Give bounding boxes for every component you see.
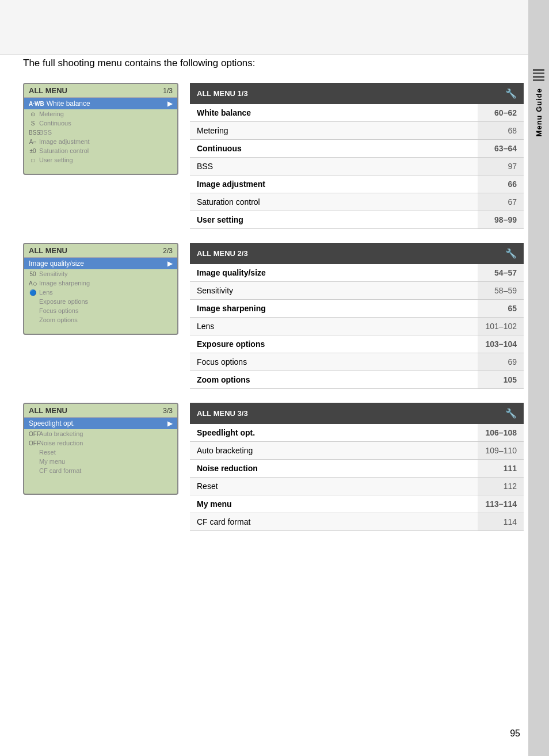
table-cell-page: 63–64	[478, 140, 524, 158]
table-cell-label: Saturation control	[190, 193, 478, 211]
page-number: 95	[510, 728, 520, 739]
page-container: Menu Guide The full shooting menu contai…	[0, 0, 549, 756]
table-header: ALL MENU 1/3	[190, 83, 478, 104]
table-cell-page: 67	[478, 193, 524, 211]
table-cell-label: Noise reduction	[190, 460, 478, 478]
sidebar-label: Menu Guide	[535, 88, 543, 136]
table-row: Exposure options103–104	[190, 335, 524, 353]
table-cell-page: 60–62	[478, 104, 524, 122]
table-row: White balance60–62	[190, 104, 524, 122]
table-row: Noise reduction111	[190, 460, 524, 478]
table-row: BSS97	[190, 158, 524, 175]
table-row: Continuous63–64	[190, 140, 524, 158]
intro-text: The full shooting menu contains the foll…	[23, 58, 524, 69]
table-cell-page: 112	[478, 478, 524, 495]
table-row: Auto bracketing109–110	[190, 442, 524, 460]
lcd-row: 50Sensitivity	[24, 269, 177, 278]
lcd-row: CF card format	[24, 466, 177, 475]
lcd-page: 3/3	[163, 407, 173, 415]
table-row: Image adjustment66	[190, 175, 524, 193]
lcd-row: BSSBSS	[24, 128, 177, 137]
table-cell-page: 106–108	[478, 424, 524, 442]
lcd-row: SContinuous	[24, 119, 177, 128]
book-icon	[533, 69, 544, 81]
table-cell-label: Image adjustment	[190, 175, 478, 193]
table-cell-label: Continuous	[190, 140, 478, 158]
table-cell-page: 68	[478, 122, 524, 140]
table-cell-label: Image quality/size	[190, 264, 478, 282]
table-cell-label: My menu	[190, 495, 478, 513]
table-row: Zoom options105	[190, 371, 524, 389]
table-row: My menu113–114	[190, 495, 524, 513]
table-cell-page: 98–99	[478, 211, 524, 229]
lcd-selected-row: A·WBWhite balance▶	[24, 98, 177, 109]
lcd-row: A○Image adjustment	[24, 137, 177, 146]
table-cell-page: 111	[478, 460, 524, 478]
table-cell-page: 103–104	[478, 335, 524, 353]
table-cell-page: 114	[478, 513, 524, 531]
menu-section-2: ALL MENU2/3Image quality/size▶50Sensitiv…	[23, 243, 524, 389]
table-cell-page: 58–59	[478, 282, 524, 300]
table-cell-label: Lens	[190, 318, 478, 335]
lcd-row: OFFNoise reduction	[24, 438, 177, 448]
lcd-selected-row: Image quality/size▶	[24, 258, 177, 269]
table-cell-page: 69	[478, 353, 524, 371]
table-cell-page: 101–102	[478, 318, 524, 335]
lcd-header-1: ALL MENU1/3	[24, 84, 177, 98]
lcd-row: OFFAuto bracketing	[24, 429, 177, 438]
lcd-header-3: ALL MENU3/3	[24, 404, 177, 418]
lcd-selected-row: Speedlight opt.▶	[24, 418, 177, 429]
table-header-icon: 🔧	[478, 83, 524, 104]
table-cell-label: Speedlight opt.	[190, 424, 478, 442]
table-row: Reset112	[190, 478, 524, 495]
table-row: Metering68	[190, 122, 524, 140]
lcd-title: ALL MENU	[29, 246, 67, 255]
table-cell-page: 109–110	[478, 442, 524, 460]
table-row: Image quality/size54–57	[190, 264, 524, 282]
table-cell-label: User setting	[190, 211, 478, 229]
table-cell-page: 105	[478, 371, 524, 389]
ref-table-wrapper-1: ALL MENU 1/3🔧White balance60–62Metering6…	[190, 83, 524, 229]
table-cell-label: Metering	[190, 122, 478, 140]
table-header: ALL MENU 3/3	[190, 403, 478, 424]
ref-table-wrapper-2: ALL MENU 2/3🔧Image quality/size54–57Sens…	[190, 243, 524, 389]
ref-table-wrapper-3: ALL MENU 3/3🔧Speedlight opt.106–108Auto …	[190, 403, 524, 531]
table-cell-label: Image sharpening	[190, 300, 478, 318]
table-cell-label: Reset	[190, 478, 478, 495]
table-header-icon: 🔧	[478, 403, 524, 424]
top-box	[0, 0, 528, 55]
ref-table-1: ALL MENU 1/3🔧White balance60–62Metering6…	[190, 83, 524, 229]
menu-section-3: ALL MENU3/3Speedlight opt.▶OFFAuto brack…	[23, 403, 524, 531]
lcd-row: Exposure options	[24, 297, 177, 306]
lcd-title: ALL MENU	[29, 406, 67, 415]
table-row: Focus options69	[190, 353, 524, 371]
lcd-row: □User setting	[24, 155, 177, 165]
table-row: Speedlight opt.106–108	[190, 424, 524, 442]
table-row: Lens101–102	[190, 318, 524, 335]
lcd-panel-1: ALL MENU1/3A·WBWhite balance▶⊙MeteringSC…	[23, 83, 178, 175]
lcd-page: 1/3	[163, 87, 173, 95]
sidebar-tab: Menu Guide	[528, 0, 549, 756]
table-cell-page: 66	[478, 175, 524, 193]
lcd-title: ALL MENU	[29, 86, 67, 95]
lcd-row: Focus options	[24, 306, 177, 315]
table-cell-label: Sensitivity	[190, 282, 478, 300]
table-row: Image sharpening65	[190, 300, 524, 318]
table-cell-page: 65	[478, 300, 524, 318]
lcd-panel-2: ALL MENU2/3Image quality/size▶50Sensitiv…	[23, 243, 178, 335]
main-content: The full shooting menu contains the foll…	[23, 58, 524, 545]
table-cell-label: Zoom options	[190, 371, 478, 389]
table-cell-page: 54–57	[478, 264, 524, 282]
table-row: CF card format114	[190, 513, 524, 531]
lcd-row: ⊙Metering	[24, 109, 177, 119]
menu-section-1: ALL MENU1/3A·WBWhite balance▶⊙MeteringSC…	[23, 83, 524, 229]
table-cell-page: 113–114	[478, 495, 524, 513]
table-cell-label: BSS	[190, 158, 478, 175]
lcd-panel-3: ALL MENU3/3Speedlight opt.▶OFFAuto brack…	[23, 403, 178, 495]
lcd-row: Reset	[24, 448, 177, 457]
table-cell-label: Auto bracketing	[190, 442, 478, 460]
table-row: User setting98–99	[190, 211, 524, 229]
table-cell-label: CF card format	[190, 513, 478, 531]
lcd-page: 2/3	[163, 247, 173, 255]
lcd-row: 🔵Lens	[24, 288, 177, 297]
